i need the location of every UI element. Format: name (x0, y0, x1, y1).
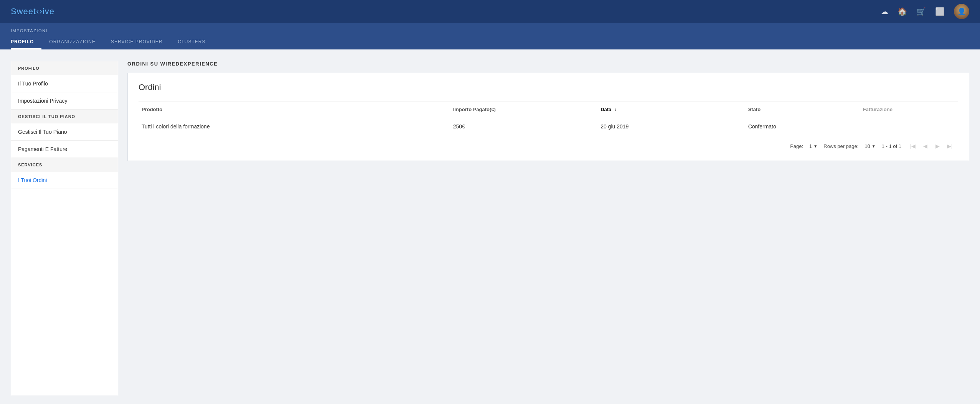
logo-text-start: Sweet (11, 7, 36, 16)
nav-icons: ☁ 🏠 🛒 ⬜ 👤 (881, 4, 969, 19)
orders-card-title: Ordini (139, 82, 958, 92)
cloud-icon[interactable]: ☁ (881, 7, 888, 16)
sidebar-section-gestisci: GESTISCI IL TUO PIANO (11, 110, 118, 123)
tab-clusters[interactable]: CLUSTERS (170, 35, 213, 49)
sort-icon-data: ↓ (614, 107, 617, 112)
rows-label: Rows per page: (823, 143, 858, 149)
tab-service-provider[interactable]: SERVICE PROVIDER (103, 35, 170, 49)
rows-select[interactable]: 10 ▼ (865, 143, 875, 149)
sidebar-section-profilo: PROFILO (11, 61, 118, 75)
orders-table: Prodotto Importo Pagato(€) Data ↓ Stato … (139, 102, 958, 136)
cell-data: 20 giu 2019 (597, 117, 745, 136)
cart-icon[interactable]: 🛒 (916, 7, 926, 16)
pagination-next-button[interactable]: ▶ (932, 141, 943, 151)
tab-organizzazione[interactable]: ORGANIZZAZIONE (41, 35, 103, 49)
col-header-data[interactable]: Data ↓ (597, 102, 745, 117)
cell-fatturazione (860, 117, 958, 136)
sidebar-section-services: SERVICES (11, 158, 118, 172)
section-title: IMPOSTAZIONI (11, 23, 969, 33)
tab-profilo[interactable]: PROFILO (11, 35, 41, 49)
user-avatar[interactable]: 👤 (954, 4, 969, 19)
sidebar-item-il-tuo-profilo[interactable]: Il Tuo Profilo (11, 75, 118, 92)
cell-importo: 250€ (450, 117, 597, 136)
page-select[interactable]: 1 ▼ (809, 143, 817, 149)
table-area: ORDINI SU WIREDEXPERIENCE Ordini Prodott… (127, 61, 969, 396)
pagination-count: 1 - 1 of 1 (882, 143, 901, 149)
cell-prodotto: Tutti i colori della formazione (139, 117, 450, 136)
col-header-stato: Stato (745, 102, 860, 117)
pagination-buttons: |◀ ◀ ▶ ▶| (907, 141, 955, 151)
page-label: Page: (790, 143, 803, 149)
logo-accent: ‹› (36, 7, 43, 16)
table-section-title: ORDINI SU WIREDEXPERIENCE (127, 61, 969, 67)
pagination-row: Page: 1 ▼ Rows per page: 10 ▼ 1 - 1 of 1… (139, 136, 958, 151)
pagination-first-button[interactable]: |◀ (907, 141, 918, 151)
logo-text-end: ive (43, 7, 54, 16)
top-navigation: Sweet‹›ive ☁ 🏠 🛒 ⬜ 👤 (0, 0, 980, 23)
sidebar-item-pagamenti[interactable]: Pagamenti E Fatture (11, 141, 118, 158)
table-row: Tutti i colori della formazione 250€ 20 … (139, 117, 958, 136)
col-header-prodotto: Prodotto (139, 102, 450, 117)
pagination-last-button[interactable]: ▶| (944, 141, 955, 151)
sidebar-item-impostazioni-privacy[interactable]: Impostazioni Privacy (11, 92, 118, 110)
orders-card: Ordini Prodotto Importo Pagato(€) Data ↓… (127, 73, 969, 161)
page-dropdown-icon[interactable]: ▼ (813, 144, 817, 148)
sidebar: PROFILO Il Tuo Profilo Impostazioni Priv… (11, 61, 118, 396)
col-header-fatturazione: Fatturazione (860, 102, 958, 117)
sub-tabs: PROFILO ORGANIZZAZIONE SERVICE PROVIDER … (11, 35, 969, 49)
cell-stato: Confermato (745, 117, 860, 136)
sub-header: IMPOSTAZIONI PROFILO ORGANIZZAZIONE SERV… (0, 23, 980, 49)
main-content: PROFILO Il Tuo Profilo Impostazioni Priv… (0, 49, 980, 404)
page-value: 1 (809, 143, 812, 149)
sidebar-item-i-tuoi-ordini[interactable]: I Tuoi Ordini (11, 172, 118, 189)
pagination-prev-button[interactable]: ◀ (920, 141, 931, 151)
sidebar-item-gestisci-piano[interactable]: Gestisci Il Tuo Piano (11, 123, 118, 141)
monitor-icon[interactable]: ⬜ (935, 7, 945, 16)
col-header-importo: Importo Pagato(€) (450, 102, 597, 117)
app-logo[interactable]: Sweet‹›ive (11, 7, 54, 16)
store-icon[interactable]: 🏠 (898, 7, 907, 16)
rows-dropdown-icon[interactable]: ▼ (872, 144, 876, 148)
rows-value: 10 (865, 143, 870, 149)
